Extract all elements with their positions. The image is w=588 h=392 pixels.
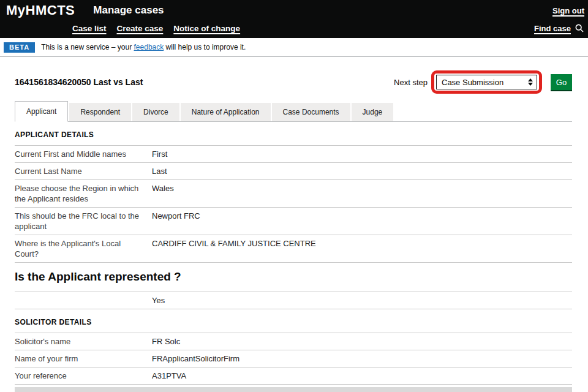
- next-section-header-bar: [15, 387, 572, 392]
- row-label: Where is the Applicant's Local Court?: [15, 238, 152, 259]
- tab-label: Nature of Application: [192, 108, 260, 116]
- next-step-select[interactable]: Case Submission: [436, 75, 537, 89]
- row-value: First: [152, 149, 572, 159]
- row-label: Current Last Name: [15, 166, 152, 176]
- row-value: FR Solc: [152, 336, 572, 347]
- tab[interactable]: Applicant: [15, 101, 68, 122]
- beta-text-before: This is a new service – your: [41, 43, 134, 51]
- table-row: Yes: [15, 292, 572, 309]
- next-step-selected-option: Case Submission: [442, 78, 528, 87]
- tab-label: Judge: [363, 108, 383, 116]
- case-title: 1641561834620050 Last vs Last: [15, 77, 143, 87]
- row-value: A31PTVA: [152, 371, 572, 381]
- table-row: This should be the FRC local to the appl…: [15, 208, 572, 235]
- solicitor-details-heading: SOLICITOR DETAILS: [15, 318, 572, 333]
- main-nav: Case list Create case Notice of change: [72, 23, 240, 34]
- tab[interactable]: Nature of Application: [181, 103, 271, 121]
- represented-question-heading: Is the Applicant represented ?: [15, 270, 572, 292]
- row-value: Yes: [152, 295, 572, 306]
- applicant-details-heading: APPLICANT DETAILS: [15, 130, 572, 146]
- tab[interactable]: Judge: [352, 103, 394, 121]
- table-row: Name of your firm FRApplicantSolicitorFi…: [15, 350, 572, 368]
- select-spinner-icon: [528, 78, 533, 86]
- table-row: Current First and Middle names First: [15, 146, 572, 163]
- feedback-link[interactable]: feedback: [134, 43, 164, 51]
- table-row: Where is the Applicant's Local Court? CA…: [15, 235, 572, 263]
- tab-list: Applicant Respondent Divorce Nature of A…: [15, 101, 572, 122]
- row-value: Last: [152, 166, 572, 176]
- myhmcts-logo: MyHMCTS: [6, 2, 75, 18]
- tab[interactable]: Case Documents: [272, 103, 350, 121]
- tab-label: Applicant: [26, 107, 56, 116]
- app-header: MyHMCTS Manage cases Sign out Case list …: [0, 0, 588, 38]
- tab-label: Respondent: [80, 108, 120, 116]
- beta-badge: BETA: [4, 42, 35, 53]
- annotation-highlight-box: Case Submission: [431, 70, 542, 94]
- tab[interactable]: Respondent: [69, 103, 131, 121]
- next-step-control: Next step Case Submission Go: [394, 70, 572, 94]
- row-value: FRApplicantSolicitorFirm: [152, 353, 572, 364]
- table-row: Please choose the Region in which the Ap…: [15, 180, 572, 208]
- beta-banner-text: This is a new service – your feedback wi…: [41, 43, 246, 51]
- next-step-label: Next step: [394, 78, 428, 87]
- row-label: Current First and Middle names: [15, 149, 152, 159]
- row-label: Please choose the Region in which the Ap…: [15, 183, 152, 204]
- nav-link[interactable]: Create case: [117, 24, 164, 33]
- tab-label: Case Documents: [283, 108, 339, 116]
- table-row: Current Last Name Last: [15, 163, 572, 180]
- nav-item: Create case: [117, 23, 164, 34]
- beta-text-after: will help us to improve it.: [164, 43, 246, 51]
- row-value: Newport FRC: [152, 211, 572, 232]
- sign-out-link[interactable]: Sign out: [552, 6, 584, 15]
- go-button[interactable]: Go: [551, 74, 572, 90]
- find-case-link[interactable]: Find case: [534, 24, 571, 33]
- row-value: Wales: [152, 183, 572, 204]
- row-value: CARDIFF CIVIL & FAMILY JUSTICE CENTRE: [152, 238, 572, 259]
- nav-link[interactable]: Case list: [72, 24, 107, 33]
- search-icon[interactable]: [575, 23, 584, 33]
- nav-item: Notice of change: [173, 23, 240, 34]
- app-title: Manage cases: [93, 4, 164, 17]
- beta-banner: BETA This is a new service – your feedba…: [0, 38, 588, 57]
- table-row: Solicitor's name FR Solc: [15, 333, 572, 350]
- nav-item: Case list: [72, 23, 107, 34]
- solicitor-details-table: Solicitor's name FR Solc Name of your fi…: [15, 333, 572, 385]
- tab-label: Divorce: [143, 108, 168, 116]
- row-label: [15, 295, 152, 306]
- applicant-details-table: Current First and Middle names First Cur…: [15, 146, 572, 263]
- row-label: Name of your firm: [15, 353, 152, 364]
- nav-link[interactable]: Notice of change: [173, 24, 240, 33]
- table-row: Your reference A31PTVA: [15, 368, 572, 385]
- case-view: 1641561834620050 Last vs Last Next step …: [0, 70, 588, 392]
- case-header: 1641561834620050 Last vs Last Next step …: [15, 70, 572, 94]
- row-label: Your reference: [15, 371, 152, 381]
- row-label: This should be the FRC local to the appl…: [15, 211, 152, 232]
- represented-table: Yes: [15, 292, 572, 309]
- row-label: Solicitor's name: [15, 336, 152, 347]
- tab[interactable]: Divorce: [132, 103, 179, 121]
